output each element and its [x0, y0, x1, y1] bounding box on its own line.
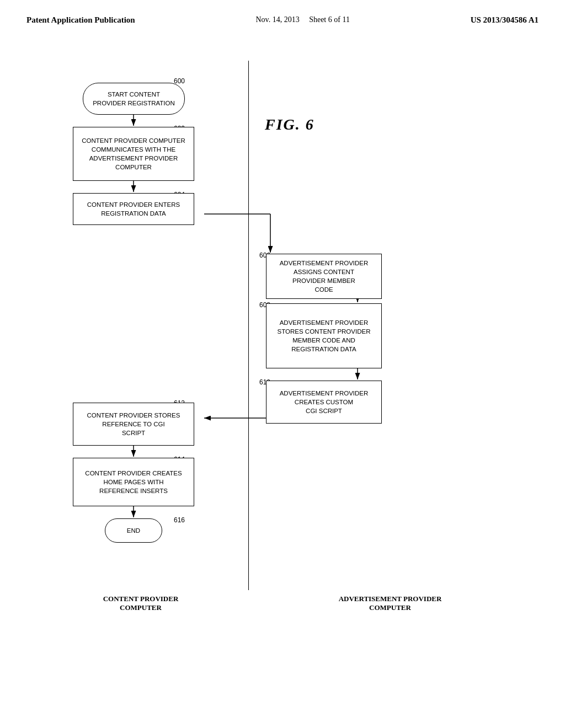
- header-date-sheet: Nov. 14, 2013 Sheet 6 of 11: [255, 15, 349, 24]
- diagram-area: FIG. 6 600 START CONTENT PROVIDER REGIST…: [33, 61, 532, 695]
- box-612: CONTENT PROVIDER STORES REFERENCE TO CGI…: [73, 403, 194, 446]
- divider-line: [248, 61, 249, 590]
- box-614: CONTENT PROVIDER CREATES HOME PAGES WITH…: [73, 458, 194, 506]
- box-610: ADVERTISEMENT PROVIDER CREATES CUSTOM CG…: [266, 381, 382, 424]
- box-608: ADVERTISEMENT PROVIDER STORES CONTENT PR…: [266, 303, 382, 368]
- box-606: ADVERTISEMENT PROVIDER ASSIGNS CONTENT P…: [266, 254, 382, 299]
- bottom-label-content-provider: CONTENT PROVIDER COMPUTER: [33, 590, 248, 612]
- bottom-label-ad-provider: ADVERTISEMENT PROVIDER COMPUTER: [248, 590, 532, 612]
- publication-label: Patent Application Publication: [26, 15, 135, 25]
- fig-label: FIG. 6: [265, 116, 315, 133]
- box-616: END: [105, 518, 162, 543]
- box-602: CONTENT PROVIDER COMPUTER COMMUNICATES W…: [73, 127, 194, 181]
- step-num-616: 616: [174, 516, 185, 524]
- patent-number: US 2013/304586 A1: [471, 15, 539, 25]
- page-header: Patent Application Publication Nov. 14, …: [0, 0, 565, 25]
- box-600: START CONTENT PROVIDER REGISTRATION: [83, 83, 185, 115]
- box-604: CONTENT PROVIDER ENTERS REGISTRATION DAT…: [73, 193, 194, 225]
- bottom-labels: CONTENT PROVIDER COMPUTER ADVERTISEMENT …: [33, 590, 532, 612]
